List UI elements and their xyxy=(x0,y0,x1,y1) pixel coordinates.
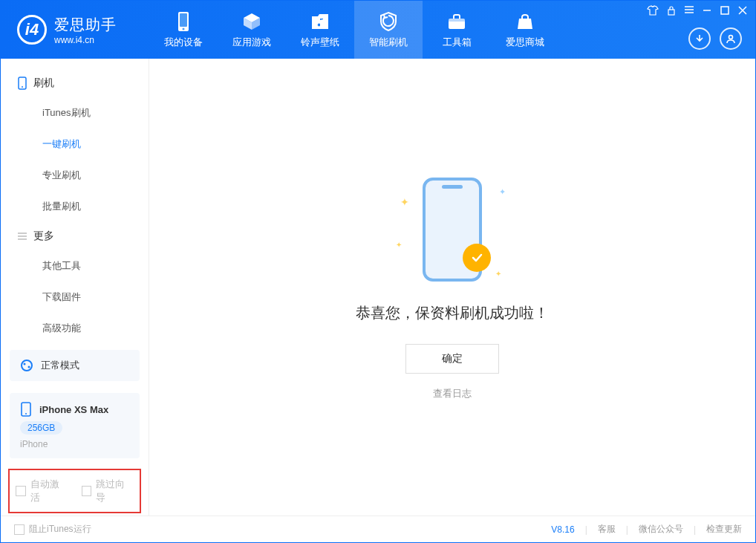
sidebar-header-more: 更多 xyxy=(13,222,137,250)
svg-rect-1 xyxy=(180,13,187,27)
svg-point-19 xyxy=(22,360,32,371)
version-label: V8.16 xyxy=(551,524,574,535)
svg-point-23 xyxy=(25,413,27,414)
main-content: ✦ ✦ ✦ ✦ 恭喜您，保资料刷机成功啦！ 确定 查看日志 xyxy=(149,59,755,516)
wechat-link[interactable]: 微信公众号 xyxy=(639,523,683,536)
phone-small-icon xyxy=(17,77,27,90)
minimize-button[interactable] xyxy=(702,5,712,16)
svg-point-2 xyxy=(183,28,185,30)
sidebar-section-flash: 刷机 iTunes刷机 一键刷机 专业刷机 批量刷机 xyxy=(1,69,149,222)
svg-rect-4 xyxy=(449,19,465,22)
nav-tabs: 我的设备 应用游戏 铃声壁纸 智能刷机 工具箱 爱思商城 xyxy=(149,1,559,59)
nav-label: 铃声壁纸 xyxy=(301,36,339,49)
svg-point-15 xyxy=(22,86,23,88)
sidebar-header-label: 刷机 xyxy=(33,77,54,90)
svg-point-20 xyxy=(24,363,26,365)
skip-guide-checkbox[interactable]: 跳过向导 xyxy=(82,478,134,504)
user-button[interactable] xyxy=(720,27,742,50)
support-link[interactable]: 客服 xyxy=(598,523,616,536)
device-mode-box[interactable]: 正常模式 xyxy=(10,350,140,381)
nav-label: 工具箱 xyxy=(443,36,472,49)
app-url: www.i4.cn xyxy=(54,35,117,45)
update-link[interactable]: 检查更新 xyxy=(706,523,742,536)
sidebar-item-download-firmware[interactable]: 下载固件 xyxy=(13,282,137,313)
device-name: iPhone XS Max xyxy=(39,404,108,415)
sidebar-item-pro-flash[interactable]: 专业刷机 xyxy=(13,160,137,191)
nav-label: 应用游戏 xyxy=(232,36,271,49)
body: 刷机 iTunes刷机 一键刷机 专业刷机 批量刷机 更多 其他工具 下载固件 … xyxy=(1,59,755,516)
tshirt-icon[interactable] xyxy=(647,5,659,16)
nav-apps-games[interactable]: 应用游戏 xyxy=(218,1,286,59)
nav-ringtones[interactable]: 铃声壁纸 xyxy=(286,1,354,59)
nav-label: 我的设备 xyxy=(164,36,203,49)
logo-area: i4 爱思助手 www.i4.cn xyxy=(1,1,149,59)
sidebar-item-advanced[interactable]: 高级功能 xyxy=(13,313,137,344)
device-storage: 256GB xyxy=(20,421,62,435)
sidebar-item-onekey-flash[interactable]: 一键刷机 xyxy=(13,129,137,160)
music-folder-icon xyxy=(310,10,330,33)
block-itunes-checkbox[interactable]: 阻止iTunes运行 xyxy=(14,523,91,536)
success-illustration: ✦ ✦ ✦ ✦ xyxy=(393,174,512,285)
sidebar-item-other-tools[interactable]: 其他工具 xyxy=(13,250,137,282)
menu-icon[interactable] xyxy=(684,5,694,14)
auto-activate-checkbox[interactable]: 自动激活 xyxy=(16,478,68,504)
mode-icon xyxy=(20,359,33,372)
nav-toolbox[interactable]: 工具箱 xyxy=(423,1,491,59)
lock-icon[interactable] xyxy=(666,5,677,16)
device-phone-icon xyxy=(20,402,32,417)
shield-icon xyxy=(379,10,398,33)
svg-point-21 xyxy=(28,366,30,368)
sidebar-item-batch-flash[interactable]: 批量刷机 xyxy=(13,191,137,222)
sidebar-item-itunes-flash[interactable]: iTunes刷机 xyxy=(13,97,137,129)
skip-guide-label: 跳过向导 xyxy=(96,478,134,504)
list-icon xyxy=(17,232,27,241)
success-message: 恭喜您，保资料刷机成功啦！ xyxy=(356,303,549,323)
toolbox-icon xyxy=(446,10,467,33)
logo-icon: i4 xyxy=(17,15,47,45)
device-icon xyxy=(175,10,192,33)
svg-rect-5 xyxy=(668,10,674,15)
view-log-link[interactable]: 查看日志 xyxy=(433,387,472,400)
nav-label: 智能刷机 xyxy=(369,36,408,49)
nav-store[interactable]: 爱思商城 xyxy=(491,1,559,59)
download-button[interactable] xyxy=(688,27,711,50)
sidebar-header-label: 更多 xyxy=(33,230,54,243)
sidebar-header-flash: 刷机 xyxy=(13,69,137,97)
svg-rect-10 xyxy=(721,7,729,14)
nav-my-device[interactable]: 我的设备 xyxy=(149,1,218,59)
titlebar-right xyxy=(647,1,755,59)
close-button[interactable] xyxy=(737,5,748,16)
device-type: iPhone xyxy=(20,439,129,449)
sidebar-section-more: 更多 其他工具 下载固件 高级功能 xyxy=(1,222,149,344)
block-itunes-label: 阻止iTunes运行 xyxy=(29,523,91,536)
auto-activate-label: 自动激活 xyxy=(30,478,68,504)
cube-icon xyxy=(241,10,262,33)
app-window: i4 爱思助手 www.i4.cn 我的设备 应用游戏 铃声壁纸 智能刷机 xyxy=(0,0,756,543)
ok-button[interactable]: 确定 xyxy=(405,344,499,374)
logo-text: 爱思助手 www.i4.cn xyxy=(54,15,117,45)
svg-point-13 xyxy=(729,36,733,39)
sidebar: 刷机 iTunes刷机 一键刷机 专业刷机 批量刷机 更多 其他工具 下载固件 … xyxy=(1,59,149,516)
nav-smart-flash[interactable]: 智能刷机 xyxy=(354,1,423,59)
app-name: 爱思助手 xyxy=(54,15,117,35)
device-mode-label: 正常模式 xyxy=(41,359,79,372)
check-badge-icon xyxy=(463,244,491,272)
bag-icon xyxy=(515,10,535,33)
footer: 阻止iTunes运行 V8.16 | 客服 | 微信公众号 | 检查更新 xyxy=(1,516,755,542)
titlebar: i4 爱思助手 www.i4.cn 我的设备 应用游戏 铃声壁纸 智能刷机 xyxy=(1,1,755,59)
device-info-box[interactable]: iPhone XS Max 256GB iPhone xyxy=(10,393,140,458)
nav-label: 爱思商城 xyxy=(506,36,544,49)
highlighted-options: 自动激活 跳过向导 xyxy=(8,469,141,513)
maximize-button[interactable] xyxy=(720,5,730,16)
